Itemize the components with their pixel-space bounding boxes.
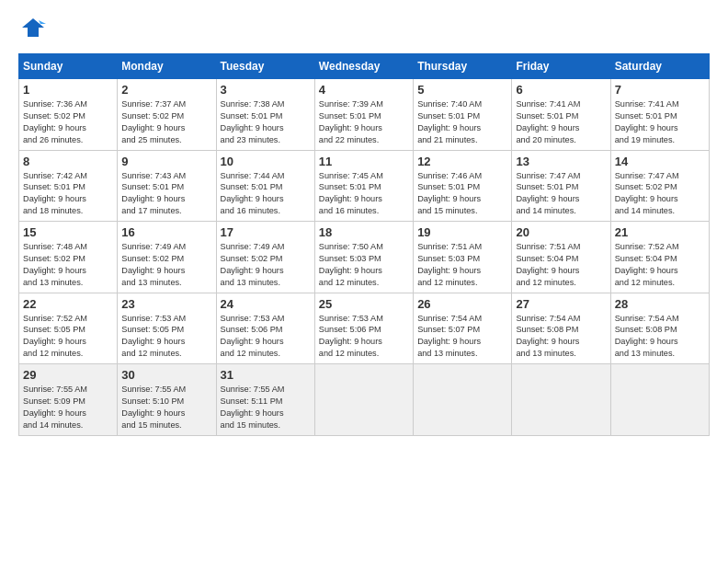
calendar-day-21: 21Sunrise: 7:52 AM Sunset: 5:04 PM Dayli…: [610, 222, 709, 293]
calendar-week-1: 1Sunrise: 7:36 AM Sunset: 5:02 PM Daylig…: [19, 79, 710, 151]
day-number-31: 31: [221, 368, 311, 382]
day-info-6: Sunrise: 7:41 AM Sunset: 5:01 PM Dayligh…: [516, 98, 606, 146]
day-info-7: Sunrise: 7:41 AM Sunset: 5:01 PM Dayligh…: [615, 98, 705, 146]
calendar-day-empty: [314, 364, 413, 436]
day-number-20: 20: [516, 225, 606, 239]
day-info-23: Sunrise: 7:53 AM Sunset: 5:05 PM Dayligh…: [121, 313, 211, 361]
day-info-3: Sunrise: 7:38 AM Sunset: 5:01 PM Dayligh…: [221, 98, 311, 146]
day-number-12: 12: [417, 155, 507, 168]
calendar-header-thursday: Thursday: [414, 54, 512, 79]
day-info-18: Sunrise: 7:50 AM Sunset: 5:03 PM Dayligh…: [319, 241, 409, 289]
calendar-day-14: 14Sunrise: 7:47 AM Sunset: 5:02 PM Dayli…: [610, 150, 709, 222]
calendar-day-empty: [414, 364, 512, 436]
calendar-day-16: 16Sunrise: 7:49 AM Sunset: 5:02 PM Dayli…: [118, 222, 216, 293]
calendar-day-empty: [512, 364, 610, 436]
day-info-12: Sunrise: 7:46 AM Sunset: 5:01 PM Dayligh…: [417, 170, 507, 218]
day-info-9: Sunrise: 7:43 AM Sunset: 5:01 PM Dayligh…: [121, 170, 211, 218]
calendar-day-19: 19Sunrise: 7:51 AM Sunset: 5:03 PM Dayli…: [414, 222, 512, 293]
calendar-week-3: 15Sunrise: 7:48 AM Sunset: 5:02 PM Dayli…: [19, 222, 710, 293]
day-number-9: 9: [121, 155, 211, 168]
day-number-5: 5: [417, 83, 507, 97]
logo-bird-icon: [20, 15, 46, 44]
day-info-22: Sunrise: 7:52 AM Sunset: 5:05 PM Dayligh…: [23, 313, 113, 361]
day-info-16: Sunrise: 7:49 AM Sunset: 5:02 PM Dayligh…: [121, 241, 211, 289]
day-number-17: 17: [221, 225, 311, 239]
calendar-day-13: 13Sunrise: 7:47 AM Sunset: 5:01 PM Dayli…: [512, 150, 610, 222]
day-info-11: Sunrise: 7:45 AM Sunset: 5:01 PM Dayligh…: [319, 170, 409, 218]
calendar-day-28: 28Sunrise: 7:54 AM Sunset: 5:08 PM Dayli…: [610, 293, 709, 364]
day-info-30: Sunrise: 7:55 AM Sunset: 5:10 PM Dayligh…: [121, 384, 211, 431]
calendar-day-30: 30Sunrise: 7:55 AM Sunset: 5:10 PM Dayli…: [118, 364, 216, 436]
calendar-header-row: SundayMondayTuesdayWednesdayThursdayFrid…: [19, 54, 710, 79]
day-info-20: Sunrise: 7:51 AM Sunset: 5:04 PM Dayligh…: [516, 241, 606, 289]
day-number-24: 24: [221, 297, 311, 311]
day-info-25: Sunrise: 7:53 AM Sunset: 5:06 PM Dayligh…: [319, 313, 409, 361]
day-number-3: 3: [221, 83, 311, 97]
calendar-header-saturday: Saturday: [610, 54, 709, 79]
calendar-week-5: 29Sunrise: 7:55 AM Sunset: 5:09 PM Dayli…: [19, 364, 710, 436]
calendar-day-10: 10Sunrise: 7:44 AM Sunset: 5:01 PM Dayli…: [216, 150, 314, 222]
day-info-2: Sunrise: 7:37 AM Sunset: 5:02 PM Dayligh…: [121, 98, 211, 146]
day-number-25: 25: [319, 297, 409, 311]
calendar-day-23: 23Sunrise: 7:53 AM Sunset: 5:05 PM Dayli…: [118, 293, 216, 364]
day-info-19: Sunrise: 7:51 AM Sunset: 5:03 PM Dayligh…: [417, 241, 507, 289]
calendar-table: SundayMondayTuesdayWednesdayThursdayFrid…: [18, 53, 710, 436]
svg-marker-1: [39, 20, 46, 24]
day-number-29: 29: [23, 368, 113, 382]
day-info-31: Sunrise: 7:55 AM Sunset: 5:11 PM Dayligh…: [221, 384, 311, 431]
day-number-23: 23: [121, 297, 211, 311]
day-number-30: 30: [121, 368, 211, 382]
day-info-10: Sunrise: 7:44 AM Sunset: 5:01 PM Dayligh…: [221, 170, 311, 218]
calendar-day-8: 8Sunrise: 7:42 AM Sunset: 5:01 PM Daylig…: [19, 150, 118, 222]
header: [18, 15, 710, 44]
day-number-1: 1: [23, 83, 113, 97]
day-info-29: Sunrise: 7:55 AM Sunset: 5:09 PM Dayligh…: [23, 384, 113, 431]
day-number-28: 28: [615, 297, 705, 311]
calendar-header-tuesday: Tuesday: [216, 54, 314, 79]
calendar-day-3: 3Sunrise: 7:38 AM Sunset: 5:01 PM Daylig…: [216, 79, 314, 151]
calendar-day-4: 4Sunrise: 7:39 AM Sunset: 5:01 PM Daylig…: [314, 79, 413, 151]
day-number-4: 4: [319, 83, 409, 97]
day-number-19: 19: [417, 225, 507, 239]
calendar-day-18: 18Sunrise: 7:50 AM Sunset: 5:03 PM Dayli…: [314, 222, 413, 293]
day-info-4: Sunrise: 7:39 AM Sunset: 5:01 PM Dayligh…: [319, 98, 409, 146]
calendar-day-1: 1Sunrise: 7:36 AM Sunset: 5:02 PM Daylig…: [19, 79, 118, 151]
calendar-day-empty: [610, 364, 709, 436]
calendar-day-2: 2Sunrise: 7:37 AM Sunset: 5:02 PM Daylig…: [118, 79, 216, 151]
calendar-day-12: 12Sunrise: 7:46 AM Sunset: 5:01 PM Dayli…: [414, 150, 512, 222]
calendar-week-4: 22Sunrise: 7:52 AM Sunset: 5:05 PM Dayli…: [19, 293, 710, 364]
day-number-22: 22: [23, 297, 113, 311]
day-info-26: Sunrise: 7:54 AM Sunset: 5:07 PM Dayligh…: [417, 313, 507, 361]
day-number-18: 18: [319, 225, 409, 239]
day-info-28: Sunrise: 7:54 AM Sunset: 5:08 PM Dayligh…: [615, 313, 705, 361]
day-info-27: Sunrise: 7:54 AM Sunset: 5:08 PM Dayligh…: [516, 313, 606, 361]
calendar-day-6: 6Sunrise: 7:41 AM Sunset: 5:01 PM Daylig…: [512, 79, 610, 151]
calendar-day-15: 15Sunrise: 7:48 AM Sunset: 5:02 PM Dayli…: [19, 222, 118, 293]
day-number-21: 21: [615, 225, 705, 239]
day-number-10: 10: [221, 155, 311, 168]
day-number-2: 2: [121, 83, 211, 97]
calendar-day-17: 17Sunrise: 7:49 AM Sunset: 5:02 PM Dayli…: [216, 222, 314, 293]
day-number-7: 7: [615, 83, 705, 97]
day-number-14: 14: [615, 155, 705, 168]
day-info-24: Sunrise: 7:53 AM Sunset: 5:06 PM Dayligh…: [221, 313, 311, 361]
svg-marker-0: [22, 18, 44, 37]
calendar-day-29: 29Sunrise: 7:55 AM Sunset: 5:09 PM Dayli…: [19, 364, 118, 436]
page: SundayMondayTuesdayWednesdayThursdayFrid…: [0, 0, 728, 563]
day-number-15: 15: [23, 225, 113, 239]
calendar-day-24: 24Sunrise: 7:53 AM Sunset: 5:06 PM Dayli…: [216, 293, 314, 364]
calendar-day-26: 26Sunrise: 7:54 AM Sunset: 5:07 PM Dayli…: [414, 293, 512, 364]
calendar-day-25: 25Sunrise: 7:53 AM Sunset: 5:06 PM Dayli…: [314, 293, 413, 364]
logo: [18, 15, 46, 44]
calendar-day-7: 7Sunrise: 7:41 AM Sunset: 5:01 PM Daylig…: [610, 79, 709, 151]
day-info-15: Sunrise: 7:48 AM Sunset: 5:02 PM Dayligh…: [23, 241, 113, 289]
calendar-week-2: 8Sunrise: 7:42 AM Sunset: 5:01 PM Daylig…: [19, 150, 710, 222]
calendar-header-monday: Monday: [118, 54, 216, 79]
day-info-13: Sunrise: 7:47 AM Sunset: 5:01 PM Dayligh…: [516, 170, 606, 218]
calendar-day-20: 20Sunrise: 7:51 AM Sunset: 5:04 PM Dayli…: [512, 222, 610, 293]
day-info-21: Sunrise: 7:52 AM Sunset: 5:04 PM Dayligh…: [615, 241, 705, 289]
calendar-header-friday: Friday: [512, 54, 610, 79]
day-info-8: Sunrise: 7:42 AM Sunset: 5:01 PM Dayligh…: [23, 170, 113, 218]
day-info-17: Sunrise: 7:49 AM Sunset: 5:02 PM Dayligh…: [221, 241, 311, 289]
day-info-1: Sunrise: 7:36 AM Sunset: 5:02 PM Dayligh…: [23, 98, 113, 146]
